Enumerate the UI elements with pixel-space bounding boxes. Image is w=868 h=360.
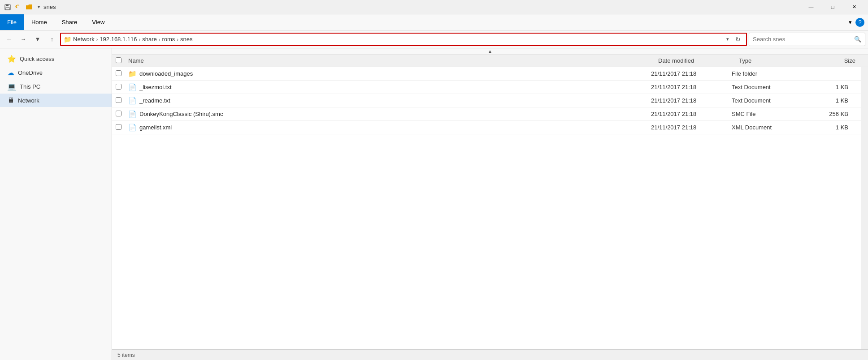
file-name: downloaded_images: [139, 70, 651, 77]
address-dropdown-icon[interactable]: ▾: [725, 36, 731, 42]
breadcrumb-network[interactable]: Network: [73, 36, 95, 43]
table-row[interactable]: 📄 DonkeyKongClassic (Shiru).smc 21/11/20…: [112, 107, 861, 121]
recent-locations-button[interactable]: ▼: [31, 33, 44, 46]
sidebar-item-label-onedrive: OneDrive: [18, 69, 43, 76]
search-icon[interactable]: 🔍: [854, 36, 861, 43]
undo-icon[interactable]: [14, 3, 22, 11]
refresh-button[interactable]: ↻: [733, 34, 743, 45]
row-checkbox[interactable]: [116, 70, 122, 76]
save-icon[interactable]: [4, 3, 12, 11]
breadcrumb-roms[interactable]: roms: [162, 36, 175, 43]
breadcrumb-snes[interactable]: snes: [180, 36, 192, 43]
forward-button[interactable]: →: [17, 33, 30, 46]
table-row[interactable]: 📄 _lisezmoi.txt 21/11/2017 21:18 Text Do…: [112, 81, 861, 94]
address-bar[interactable]: 📁 Network › 192.168.1.116 › share › roms…: [60, 33, 747, 46]
tab-share[interactable]: Share: [55, 14, 85, 30]
minimize-button[interactable]: —: [801, 0, 821, 14]
file-name: DonkeyKongClassic (Shiru).smc: [139, 111, 651, 117]
breadcrumb-share[interactable]: share: [142, 36, 157, 43]
help-button[interactable]: ?: [855, 18, 864, 27]
column-name[interactable]: Name: [128, 57, 658, 64]
file-type: SMC File: [732, 111, 812, 117]
close-button[interactable]: ✕: [844, 0, 864, 14]
row-checkbox[interactable]: [116, 84, 122, 90]
row-checkbox[interactable]: [116, 97, 122, 103]
ribbon-expand[interactable]: ▾ ?: [845, 14, 868, 30]
file-date: 21/11/2017 21:18: [651, 70, 732, 77]
file-name: _lisezmoi.txt: [139, 84, 651, 90]
xml-file-icon: 📄: [128, 124, 137, 132]
address-area: ← → ▼ ↑ 📁 Network › 192.168.1.116 › shar…: [0, 30, 868, 48]
tab-file[interactable]: File: [0, 14, 24, 30]
ribbon: File Home Share View ▾ ?: [0, 14, 868, 30]
table-row[interactable]: 📄 _readme.txt 21/11/2017 21:18 Text Docu…: [112, 94, 861, 107]
main-layout: ⭐ Quick access ☁ OneDrive 💻 This PC 🖥 Ne…: [0, 48, 868, 360]
file-size: 1 KB: [812, 84, 857, 90]
sidebar-item-label-this-pc: This PC: [20, 83, 40, 90]
search-bar[interactable]: 🔍: [749, 33, 865, 46]
file-date: 21/11/2017 21:18: [651, 111, 732, 117]
up-button[interactable]: ↑: [46, 33, 58, 46]
file-size: 1 KB: [812, 124, 857, 131]
title-bar-dropdown-arrow[interactable]: ▾: [38, 4, 40, 9]
file-list-wrapper: 📁 downloaded_images 21/11/2017 21:18 Fil…: [112, 67, 868, 349]
table-row[interactable]: 📁 downloaded_images 21/11/2017 21:18 Fil…: [112, 67, 861, 81]
sidebar-item-label-quick-access: Quick access: [20, 56, 54, 62]
file-name: gamelist.xml: [139, 124, 651, 131]
svg-rect-1: [6, 4, 9, 6]
folder-file-icon: 📁: [128, 70, 137, 78]
file-date: 21/11/2017 21:18: [651, 97, 732, 104]
back-button[interactable]: ←: [3, 33, 15, 46]
file-type: File folder: [732, 70, 812, 77]
column-size[interactable]: Size: [820, 57, 864, 64]
maximize-button[interactable]: □: [822, 0, 843, 14]
header-checkbox[interactable]: [116, 57, 122, 63]
tab-view[interactable]: View: [85, 14, 112, 30]
file-type: Text Document: [732, 84, 812, 90]
file-size: 1 KB: [812, 97, 857, 104]
network-icon: 🖥: [7, 96, 14, 104]
status-text: 5 items: [117, 352, 135, 358]
sidebar-item-label-network: Network: [18, 97, 39, 104]
column-date-modified[interactable]: Date modified: [658, 57, 739, 64]
file-list-header: Name Date modified Type Size: [112, 55, 868, 67]
sidebar-item-quick-access[interactable]: ⭐ Quick access: [0, 52, 112, 66]
sidebar-item-onedrive[interactable]: ☁ OneDrive: [0, 66, 112, 80]
computer-icon: 💻: [7, 82, 16, 91]
title-bar-icons: ▾: [4, 3, 40, 11]
table-row[interactable]: 📄 gamelist.xml 21/11/2017 21:18 XML Docu…: [112, 121, 861, 134]
vertical-scrollbar[interactable]: [861, 67, 868, 349]
text-file-icon: 📄: [128, 97, 137, 105]
file-type: Text Document: [732, 97, 812, 104]
collapse-arrow[interactable]: ▲: [112, 48, 868, 55]
file-date: 21/11/2017 21:18: [651, 84, 732, 90]
file-area: ▲ Name Date modified Type Size: [112, 48, 868, 360]
select-all-checkbox[interactable]: [116, 57, 125, 64]
window-title: snes: [43, 4, 56, 10]
breadcrumb-sep-3: ›: [159, 37, 161, 42]
row-checkbox[interactable]: [116, 124, 122, 130]
cloud-icon: ☁: [7, 69, 14, 77]
breadcrumb-ip[interactable]: 192.168.1.116: [100, 36, 137, 43]
file-date: 21/11/2017 21:18: [651, 124, 732, 131]
folder-icon[interactable]: [25, 3, 33, 11]
file-type: XML Document: [732, 124, 812, 131]
status-bar: 5 items: [112, 349, 868, 360]
file-list: 📁 downloaded_images 21/11/2017 21:18 Fil…: [112, 67, 861, 349]
sidebar: ⭐ Quick access ☁ OneDrive 💻 This PC 🖥 Ne…: [0, 48, 112, 360]
tab-home[interactable]: Home: [24, 14, 55, 30]
sidebar-item-this-pc[interactable]: 💻 This PC: [0, 80, 112, 94]
file-name: _readme.txt: [139, 97, 651, 104]
text-file-icon: 📄: [128, 83, 137, 91]
smc-file-icon: 📄: [128, 110, 137, 118]
row-checkbox[interactable]: [116, 111, 122, 116]
file-size: 256 KB: [812, 111, 857, 117]
svg-marker-3: [16, 6, 17, 9]
breadcrumb-sep-1: ›: [96, 37, 98, 42]
column-type[interactable]: Type: [739, 57, 820, 64]
chevron-down-icon: ▾: [849, 19, 852, 26]
title-bar: ▾ snes — □ ✕: [0, 0, 868, 14]
sidebar-item-network[interactable]: 🖥 Network: [0, 94, 112, 107]
search-input[interactable]: [753, 36, 854, 43]
breadcrumb-sep-2: ›: [139, 37, 141, 42]
